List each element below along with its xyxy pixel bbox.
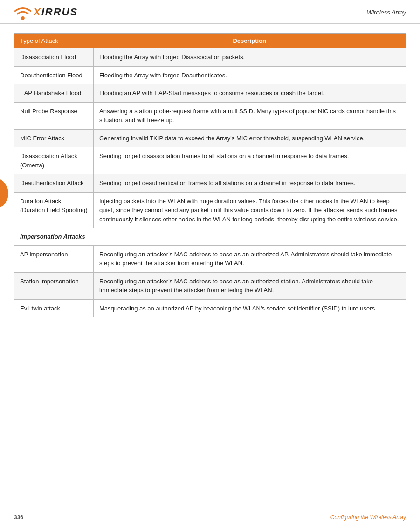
attack-desc-cell: Reconfiguring an attacker's MAC address … [94, 245, 406, 272]
svg-point-0 [21, 16, 25, 20]
table-row: AP impersonationReconfiguring an attacke… [14, 245, 406, 272]
logo-icon [14, 5, 32, 20]
attack-desc-cell: Masquerading as an authorized AP by beac… [94, 299, 406, 317]
col2-header: Description [94, 34, 406, 48]
page-header: XIRRUS Wireless Array [0, 0, 420, 24]
attack-desc-cell: Answering a station probe-request frame … [94, 102, 406, 129]
table-row: Null Probe ResponseAnswering a station p… [14, 102, 406, 129]
attack-types-table: Type of Attack Description Disassociatio… [14, 33, 406, 317]
table-row: Disassociation Attack (Omerta)Sending fo… [14, 147, 406, 174]
page-number: 336 [14, 514, 23, 521]
attack-type-cell: EAP Handshake Flood [14, 84, 94, 103]
col1-header: Type of Attack [14, 34, 94, 48]
logo: XIRRUS [14, 5, 78, 20]
table-row: Disassociation FloodFlooding the Array w… [14, 48, 406, 67]
attack-type-cell: Disassociation Flood [14, 48, 94, 67]
main-content: Type of Attack Description Disassociatio… [0, 24, 420, 336]
attack-type-cell: AP impersonation [14, 245, 94, 272]
table-row: Duration Attack (Duration Field Spoofing… [14, 192, 406, 228]
table-row: MIC Error AttackGenerating invalid TKIP … [14, 129, 406, 147]
table-section-row: Impersonation Attacks [14, 228, 406, 246]
attack-type-cell: Disassociation Attack (Omerta) [14, 147, 94, 174]
table-row: EAP Handshake FloodFlooding an AP with E… [14, 84, 406, 103]
section-label: Impersonation Attacks [14, 228, 406, 246]
table-row: Station impersonationReconfiguring an at… [14, 272, 406, 299]
attack-desc-cell: Sending forged deauthentication frames t… [94, 174, 406, 193]
header-title: Wireless Array [367, 9, 406, 16]
brand-name: XIRRUS [34, 6, 78, 18]
attack-type-cell: Deauthentication Attack [14, 174, 94, 193]
attack-desc-cell: Generating invalid TKIP data to exceed t… [94, 129, 406, 147]
attack-type-cell: MIC Error Attack [14, 129, 94, 147]
attack-desc-cell: Sending forged disassociation frames to … [94, 147, 406, 174]
attack-desc-cell: Reconfiguring an attacker's MAC address … [94, 272, 406, 299]
attack-type-cell: Null Probe Response [14, 102, 94, 129]
attack-desc-cell: Flooding the Array with forged Deauthent… [94, 66, 406, 84]
attack-desc-cell: Flooding the Array with forged Disassoci… [94, 48, 406, 67]
attack-type-cell: Evil twin attack [14, 299, 94, 317]
attack-desc-cell: Injecting packets into the WLAN with hug… [94, 192, 406, 228]
page-footer: 336 Configuring the Wireless Array [14, 510, 406, 521]
table-row: Evil twin attackMasquerading as an autho… [14, 299, 406, 317]
attack-type-cell: Deauthentication Flood [14, 66, 94, 84]
attack-desc-cell: Flooding an AP with EAP-Start messages t… [94, 84, 406, 103]
attack-type-cell: Duration Attack (Duration Field Spoofing… [14, 192, 94, 228]
table-header-row: Type of Attack Description [14, 34, 406, 48]
table-row: Deauthentication AttackSending forged de… [14, 174, 406, 193]
table-row: Deauthentication FloodFlooding the Array… [14, 66, 406, 84]
attack-type-cell: Station impersonation [14, 272, 94, 299]
footer-caption: Configuring the Wireless Array [330, 514, 406, 521]
